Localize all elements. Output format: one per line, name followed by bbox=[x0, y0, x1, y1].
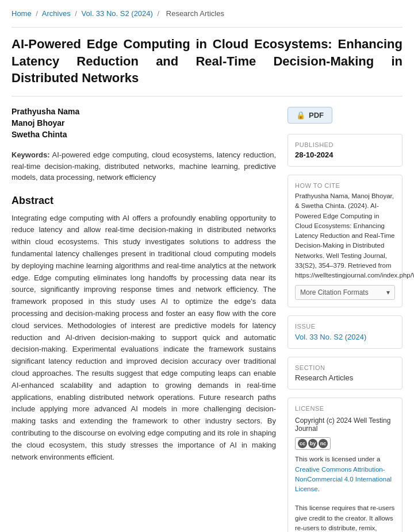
abstract-section: Abstract Integrating edge computing with… bbox=[12, 195, 276, 464]
cc-icon: cc bbox=[298, 439, 307, 448]
author-2: Manoj Bhoyar bbox=[12, 118, 276, 128]
abstract-text: Integrating edge computing with AI offer… bbox=[12, 213, 276, 464]
more-citation-dropdown[interactable]: More Citation Formats ▾ bbox=[295, 285, 395, 300]
published-date: 28-10-2024 bbox=[295, 151, 395, 159]
authors-section: Prathyusha Nama Manoj Bhoyar Swetha Chin… bbox=[12, 107, 276, 139]
published-box: Published 28-10-2024 bbox=[288, 134, 402, 167]
keywords-text: AI-powered edge computing, cloud ecosyst… bbox=[12, 151, 276, 182]
breadcrumb-home[interactable]: Home bbox=[12, 9, 32, 18]
license-desc-2: . bbox=[318, 485, 320, 492]
citation-text: Prathyusha Nama, Manoj Bhoyar, & Swetha … bbox=[295, 191, 395, 280]
license-link[interactable]: Creative Commons Attribution-NonCommerci… bbox=[295, 466, 392, 493]
sidebar-column: 🔒 PDF Published 28-10-2024 How to Cite P… bbox=[288, 107, 402, 532]
cc-badge-container: cc by nc bbox=[295, 437, 395, 450]
chevron-down-icon: ▾ bbox=[386, 288, 390, 296]
breadcrumb: Home / Archives / Vol. 33 No. S2 (2024) … bbox=[12, 9, 402, 18]
how-to-cite-box: How to Cite Prathyusha Nama, Manoj Bhoya… bbox=[288, 175, 402, 307]
breadcrumb-archives[interactable]: Archives bbox=[42, 9, 71, 18]
nc-icon: nc bbox=[319, 439, 328, 448]
section-box: Section Research Articles bbox=[288, 357, 402, 390]
breadcrumb-volume[interactable]: Vol. 33 No. S2 (2024) bbox=[82, 9, 153, 18]
issue-link[interactable]: Vol. 33 No. S2 (2024) bbox=[295, 333, 366, 341]
section-label: Section bbox=[295, 364, 395, 371]
keywords-section: Keywords: AI-powered edge computing, clo… bbox=[12, 149, 276, 183]
published-label: Published bbox=[295, 141, 395, 148]
license-copyright: Copyright (c) 2024 Well Testing Journal bbox=[295, 417, 395, 433]
content-layout: Prathyusha Nama Manoj Bhoyar Swetha Chin… bbox=[12, 107, 402, 532]
author-3: Swetha Chinta bbox=[12, 130, 276, 139]
license-label: License bbox=[295, 405, 395, 412]
issue-box: Issue Vol. 33 No. S2 (2024) bbox=[288, 315, 402, 349]
main-column: Prathyusha Nama Manoj Bhoyar Swetha Chin… bbox=[12, 107, 276, 463]
pdf-button[interactable]: 🔒 PDF bbox=[288, 107, 332, 124]
keywords-label: Keywords: bbox=[12, 151, 49, 159]
breadcrumb-section: Research Articles bbox=[166, 9, 224, 18]
section-value: Research Articles bbox=[295, 373, 395, 382]
how-to-cite-label: How to Cite bbox=[295, 182, 395, 189]
page-wrapper: Home / Archives / Vol. 33 No. S2 (2024) … bbox=[0, 0, 414, 532]
cc-badge: cc by nc bbox=[295, 437, 331, 450]
pdf-label: PDF bbox=[309, 111, 324, 119]
license-desc-3: This license requires that re-users give… bbox=[295, 503, 395, 532]
license-box: License Copyright (c) 2024 Well Testing … bbox=[288, 398, 402, 532]
issue-label: Issue bbox=[295, 323, 395, 330]
license-desc-1: This work is licensed under a bbox=[295, 456, 380, 462]
license-description: This work is licensed under a Creative C… bbox=[295, 454, 395, 494]
author-1: Prathyusha Nama bbox=[12, 107, 276, 116]
abstract-heading: Abstract bbox=[12, 195, 276, 207]
article-title: AI-Powered Edge Computing in Cloud Ecosy… bbox=[12, 36, 402, 87]
title-section: AI-Powered Edge Computing in Cloud Ecosy… bbox=[12, 27, 402, 97]
lock-icon: 🔒 bbox=[296, 111, 305, 119]
more-citation-label: More Citation Formats bbox=[300, 288, 369, 296]
by-icon: by bbox=[308, 439, 317, 448]
